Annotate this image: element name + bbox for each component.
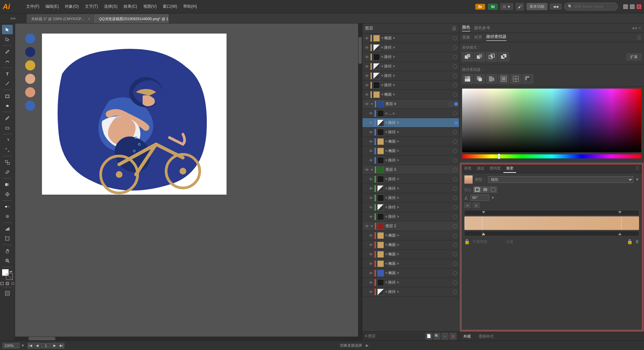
layers-panel-menu-btn[interactable]: ☰ [452, 26, 456, 31]
gradient-tool[interactable] [2, 180, 13, 189]
swatch-blue[interactable] [25, 34, 35, 44]
layer-row[interactable]: 👁 < 椭圆 > [362, 259, 459, 268]
gradient-fill-bar[interactable] [464, 216, 639, 230]
stop-marker-bottom-2[interactable] [618, 233, 622, 235]
layer-row[interactable]: 👁 < 路径 > [362, 128, 459, 137]
search-stock[interactable]: 🔍 搜索 Adobe Stock [564, 3, 618, 10]
swatch-blue2[interactable] [25, 101, 35, 111]
scale-tool[interactable] [2, 145, 13, 155]
layer-row-selected[interactable]: 👁 < 路径 > [362, 118, 459, 128]
layer-row[interactable]: 👁 < 椭圆 > [362, 240, 459, 250]
eye-icon[interactable]: 👁 [368, 139, 374, 145]
menu-object[interactable]: 对象(O) [62, 2, 81, 11]
layer-row[interactable]: 👁 < 椭圆 > [362, 34, 459, 43]
minus-back-btn[interactable] [523, 74, 533, 84]
eye-icon[interactable]: 👁 [364, 54, 370, 60]
canvas-scrollbar-v[interactable] [358, 23, 362, 341]
layer-row[interactable]: 👁 < ... > [362, 109, 459, 118]
hue-slider-thumb[interactable] [498, 154, 500, 159]
symbol-tool[interactable] [2, 212, 13, 221]
layer-row[interactable]: 👁 < 路径 > [362, 52, 459, 62]
layer-row[interactable]: 👁 < 路径 > [362, 174, 459, 184]
stroke-swatch[interactable] [6, 273, 13, 280]
eye-icon[interactable]: 👁 [368, 204, 374, 210]
layer-row[interactable]: 👁 < 椭圆 > [362, 250, 459, 259]
pen-tool[interactable] [2, 47, 13, 56]
canvas-document[interactable] [42, 34, 227, 195]
expand-icon[interactable]: ▼ [370, 102, 374, 106]
select-tool[interactable] [2, 25, 13, 34]
menu-help[interactable]: 帮助(H) [181, 2, 200, 11]
stroke-mode-2[interactable] [482, 187, 489, 193]
type-tool[interactable]: T [2, 69, 13, 79]
screen-mode-btn[interactable] [2, 289, 13, 298]
eye-icon[interactable]: 👁 [364, 63, 370, 69]
draw-inside-mode[interactable] [10, 282, 15, 286]
eye-icon[interactable]: 👁 [368, 129, 374, 135]
layers-list[interactable]: 👁 < 椭圆 > 👁 < 路径 > 👁 [362, 34, 459, 331]
eraser-tool[interactable] [2, 123, 13, 133]
graphic-styles-tab[interactable]: 图形样式 [475, 333, 498, 340]
eye-icon[interactable]: 👁 [368, 280, 374, 286]
play-btn[interactable]: ▶ [366, 343, 368, 347]
zoom-input[interactable] [3, 343, 19, 348]
layer-row[interactable]: 👁 < 路径 > [362, 71, 459, 81]
layer-row[interactable]: 👁 < 路径 > [362, 62, 459, 71]
merge-btn[interactable] [486, 74, 497, 84]
eye-icon[interactable]: 👁 [368, 289, 374, 295]
layer-row[interactable]: 👁 < 椭圆 > [362, 231, 459, 240]
pathfinder-tab[interactable]: 路径查找器 [486, 34, 506, 41]
basic-function[interactable]: 基本功能 [527, 3, 547, 10]
canvas-scrollbar-h[interactable] [15, 337, 358, 341]
close-color-panel[interactable]: ✕ [638, 26, 641, 31]
collapse-left-icon[interactable]: ◀◀ [631, 26, 637, 30]
maximize-button[interactable]: □ [630, 4, 635, 9]
eye-icon[interactable]: 👁 [368, 270, 374, 276]
layers-search-btn[interactable]: 🔍 [434, 333, 440, 340]
intersect-btn[interactable] [486, 52, 497, 61]
align-tab[interactable]: 对齐 [474, 35, 482, 40]
eye-icon[interactable]: 👁 [368, 120, 374, 126]
layer-row[interactable]: 👁 < 路径 > [362, 278, 459, 287]
page-input[interactable] [41, 343, 51, 348]
eyedropper-tool[interactable] [2, 167, 13, 177]
eye-icon[interactable]: 👁 [368, 195, 374, 201]
layer-row[interactable]: 👁 < 路径 > [362, 193, 459, 203]
tab-untitled[interactable]: 未标题-1* @ 100% (CMYK/GP... ✕ [27, 14, 95, 23]
angle-input[interactable] [470, 195, 489, 201]
expand-icon[interactable]: ▼ [370, 224, 374, 228]
hue-slider[interactable] [462, 154, 641, 158]
swap-colors-btn[interactable]: ⇄ [9, 270, 12, 273]
menu-file[interactable]: 文件(F) [23, 2, 42, 11]
exclude-btn[interactable] [498, 52, 509, 61]
badge-br[interactable]: Br [475, 4, 485, 10]
hand-tool[interactable] [2, 246, 13, 256]
unite-btn[interactable] [462, 52, 473, 61]
layer-row[interactable]: 👁 < 路径 > [362, 156, 459, 165]
eye-icon[interactable]: 👁 [368, 242, 374, 248]
menu-edit[interactable]: 编辑(E) [43, 2, 61, 11]
graph-tool[interactable] [2, 224, 13, 234]
layer-group-2[interactable]: 👁 ▼ 图层 2 [362, 221, 459, 231]
appearance-tab[interactable]: 外观 [459, 333, 475, 340]
pencil-tool[interactable] [2, 113, 13, 123]
mesh-tool[interactable] [2, 190, 13, 199]
tab-untitled-close[interactable]: ✕ [88, 17, 90, 21]
eye-icon[interactable]: 👁 [368, 186, 374, 192]
layer-row[interactable]: 👁 < 路径 > [362, 212, 459, 221]
collapse-panel-left[interactable]: ▶▶ [11, 16, 16, 20]
eye-icon[interactable]: 👁 [364, 73, 370, 79]
color-spectrum[interactable] [462, 89, 641, 152]
gradient-stops-bottom[interactable] [464, 231, 639, 236]
blob-brush-tool[interactable] [2, 101, 13, 110]
stop-marker-top-1[interactable] [482, 211, 485, 214]
brush-tool-icon[interactable]: 🖌 [516, 3, 524, 10]
minimize-button[interactable]: ─ [623, 4, 628, 9]
angle-dropdown[interactable]: ▼ [491, 196, 495, 200]
layer-group-4[interactable]: 👁 ▼ 图层 4 [362, 99, 459, 109]
badge-st[interactable]: St [488, 4, 498, 10]
eye-icon[interactable]: 👁 [364, 92, 370, 98]
trim-btn[interactable] [474, 74, 485, 84]
brush-tab[interactable]: 画笔 [461, 164, 474, 173]
layer-row[interactable]: 👁 < 椭圆 > [362, 137, 459, 146]
